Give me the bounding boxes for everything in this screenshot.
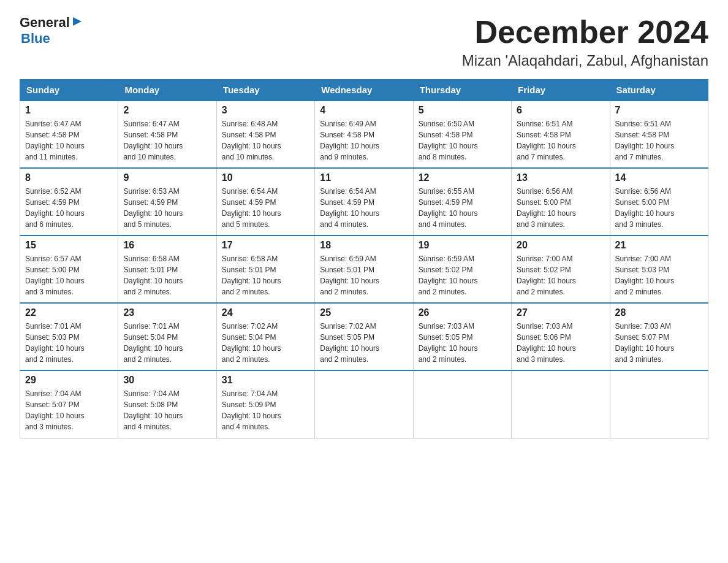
day-number: 25 — [320, 307, 408, 318]
day-number: 6 — [517, 105, 604, 116]
table-row: 23 Sunrise: 7:01 AM Sunset: 5:04 PM Dayl… — [118, 303, 216, 370]
col-tuesday: Tuesday — [216, 80, 314, 101]
day-info: Sunrise: 6:53 AM Sunset: 4:59 PM Dayligh… — [123, 186, 211, 230]
table-row — [315, 370, 413, 438]
table-row: 15 Sunrise: 6:57 AM Sunset: 5:00 PM Dayl… — [20, 236, 118, 303]
calendar-header-row: Sunday Monday Tuesday Wednesday Thursday… — [20, 80, 708, 101]
day-info: Sunrise: 6:51 AM Sunset: 4:58 PM Dayligh… — [517, 118, 604, 163]
day-info: Sunrise: 7:04 AM Sunset: 5:09 PM Dayligh… — [222, 388, 309, 432]
day-info: Sunrise: 6:51 AM Sunset: 4:58 PM Dayligh… — [615, 118, 703, 163]
day-number: 20 — [517, 240, 604, 251]
table-row — [413, 370, 511, 438]
table-row: 7 Sunrise: 6:51 AM Sunset: 4:58 PM Dayli… — [610, 101, 708, 168]
day-info: Sunrise: 6:56 AM Sunset: 5:00 PM Dayligh… — [615, 186, 703, 230]
day-number: 24 — [222, 307, 309, 318]
day-number: 27 — [517, 307, 604, 318]
table-row: 31 Sunrise: 7:04 AM Sunset: 5:09 PM Dayl… — [216, 370, 314, 438]
day-number: 28 — [615, 307, 703, 318]
table-row — [610, 370, 708, 438]
col-saturday: Saturday — [610, 80, 708, 101]
day-info: Sunrise: 7:04 AM Sunset: 5:08 PM Dayligh… — [123, 388, 211, 432]
logo-general-text: General — [20, 15, 70, 31]
page-header: General Blue December 2024 Mizan 'Alaqah… — [20, 15, 708, 69]
calendar-title: December 2024 — [462, 15, 708, 50]
day-number: 16 — [123, 240, 211, 251]
table-row: 11 Sunrise: 6:54 AM Sunset: 4:59 PM Dayl… — [315, 168, 413, 236]
day-number: 11 — [320, 172, 408, 183]
day-number: 4 — [320, 105, 408, 116]
day-info: Sunrise: 6:49 AM Sunset: 4:58 PM Dayligh… — [320, 118, 408, 163]
table-row: 21 Sunrise: 7:00 AM Sunset: 5:03 PM Dayl… — [610, 236, 708, 303]
day-info: Sunrise: 7:04 AM Sunset: 5:07 PM Dayligh… — [25, 388, 113, 432]
day-info: Sunrise: 7:02 AM Sunset: 5:05 PM Dayligh… — [320, 321, 408, 365]
table-row: 8 Sunrise: 6:52 AM Sunset: 4:59 PM Dayli… — [20, 168, 118, 236]
day-info: Sunrise: 6:50 AM Sunset: 4:58 PM Dayligh… — [419, 118, 506, 163]
day-info: Sunrise: 6:59 AM Sunset: 5:02 PM Dayligh… — [419, 253, 506, 297]
table-row: 12 Sunrise: 6:55 AM Sunset: 4:59 PM Dayl… — [413, 168, 511, 236]
day-number: 29 — [25, 375, 113, 386]
table-row: 14 Sunrise: 6:56 AM Sunset: 5:00 PM Dayl… — [610, 168, 708, 236]
table-row: 10 Sunrise: 6:54 AM Sunset: 4:59 PM Dayl… — [216, 168, 314, 236]
day-number: 9 — [123, 172, 211, 183]
day-number: 2 — [123, 105, 211, 116]
calendar-week-row: 22 Sunrise: 7:01 AM Sunset: 5:03 PM Dayl… — [20, 303, 708, 370]
col-wednesday: Wednesday — [315, 80, 413, 101]
calendar-week-row: 1 Sunrise: 6:47 AM Sunset: 4:58 PM Dayli… — [20, 101, 708, 168]
table-row: 18 Sunrise: 6:59 AM Sunset: 5:01 PM Dayl… — [315, 236, 413, 303]
col-thursday: Thursday — [413, 80, 511, 101]
calendar-subtitle: Mizan 'Alaqahdari, Zabul, Afghanistan — [462, 52, 708, 69]
table-row: 13 Sunrise: 6:56 AM Sunset: 5:00 PM Dayl… — [512, 168, 610, 236]
table-row: 9 Sunrise: 6:53 AM Sunset: 4:59 PM Dayli… — [118, 168, 216, 236]
table-row: 29 Sunrise: 7:04 AM Sunset: 5:07 PM Dayl… — [20, 370, 118, 438]
day-number: 22 — [25, 307, 113, 318]
day-number: 26 — [419, 307, 506, 318]
day-number: 31 — [222, 375, 309, 386]
day-info: Sunrise: 6:52 AM Sunset: 4:59 PM Dayligh… — [25, 186, 113, 230]
day-number: 17 — [222, 240, 309, 251]
day-info: Sunrise: 6:54 AM Sunset: 4:59 PM Dayligh… — [320, 186, 408, 230]
day-number: 7 — [615, 105, 703, 116]
day-info: Sunrise: 7:03 AM Sunset: 5:07 PM Dayligh… — [615, 321, 703, 365]
day-number: 8 — [25, 172, 113, 183]
table-row: 30 Sunrise: 7:04 AM Sunset: 5:08 PM Dayl… — [118, 370, 216, 438]
table-row: 19 Sunrise: 6:59 AM Sunset: 5:02 PM Dayl… — [413, 236, 511, 303]
logo: General Blue — [20, 15, 83, 47]
table-row: 1 Sunrise: 6:47 AM Sunset: 4:58 PM Dayli… — [20, 101, 118, 168]
day-number: 21 — [615, 240, 703, 251]
day-info: Sunrise: 7:00 AM Sunset: 5:03 PM Dayligh… — [615, 253, 703, 297]
day-info: Sunrise: 6:55 AM Sunset: 4:59 PM Dayligh… — [419, 186, 506, 230]
table-row — [512, 370, 610, 438]
calendar-table: Sunday Monday Tuesday Wednesday Thursday… — [20, 79, 708, 439]
day-info: Sunrise: 6:48 AM Sunset: 4:58 PM Dayligh… — [222, 118, 309, 163]
title-block: December 2024 Mizan 'Alaqahdari, Zabul, … — [462, 15, 708, 69]
day-info: Sunrise: 7:01 AM Sunset: 5:04 PM Dayligh… — [123, 321, 211, 365]
day-number: 19 — [419, 240, 506, 251]
table-row: 6 Sunrise: 6:51 AM Sunset: 4:58 PM Dayli… — [512, 101, 610, 168]
day-number: 3 — [222, 105, 309, 116]
day-number: 1 — [25, 105, 113, 116]
day-number: 13 — [517, 172, 604, 183]
day-number: 30 — [123, 375, 211, 386]
day-info: Sunrise: 6:54 AM Sunset: 4:59 PM Dayligh… — [222, 186, 309, 230]
day-number: 14 — [615, 172, 703, 183]
table-row: 25 Sunrise: 7:02 AM Sunset: 5:05 PM Dayl… — [315, 303, 413, 370]
day-info: Sunrise: 6:58 AM Sunset: 5:01 PM Dayligh… — [222, 253, 309, 297]
table-row: 22 Sunrise: 7:01 AM Sunset: 5:03 PM Dayl… — [20, 303, 118, 370]
day-number: 12 — [419, 172, 506, 183]
day-info: Sunrise: 6:57 AM Sunset: 5:00 PM Dayligh… — [25, 253, 113, 297]
day-info: Sunrise: 7:03 AM Sunset: 5:06 PM Dayligh… — [517, 321, 604, 365]
logo-arrow-icon — [72, 16, 83, 29]
svg-marker-0 — [73, 17, 82, 26]
day-number: 18 — [320, 240, 408, 251]
day-info: Sunrise: 6:47 AM Sunset: 4:58 PM Dayligh… — [25, 118, 113, 163]
day-number: 23 — [123, 307, 211, 318]
table-row: 4 Sunrise: 6:49 AM Sunset: 4:58 PM Dayli… — [315, 101, 413, 168]
col-sunday: Sunday — [20, 80, 118, 101]
table-row: 27 Sunrise: 7:03 AM Sunset: 5:06 PM Dayl… — [512, 303, 610, 370]
table-row: 20 Sunrise: 7:00 AM Sunset: 5:02 PM Dayl… — [512, 236, 610, 303]
day-number: 5 — [419, 105, 506, 116]
day-info: Sunrise: 7:01 AM Sunset: 5:03 PM Dayligh… — [25, 321, 113, 365]
table-row: 3 Sunrise: 6:48 AM Sunset: 4:58 PM Dayli… — [216, 101, 314, 168]
day-info: Sunrise: 6:59 AM Sunset: 5:01 PM Dayligh… — [320, 253, 408, 297]
day-info: Sunrise: 6:58 AM Sunset: 5:01 PM Dayligh… — [123, 253, 211, 297]
